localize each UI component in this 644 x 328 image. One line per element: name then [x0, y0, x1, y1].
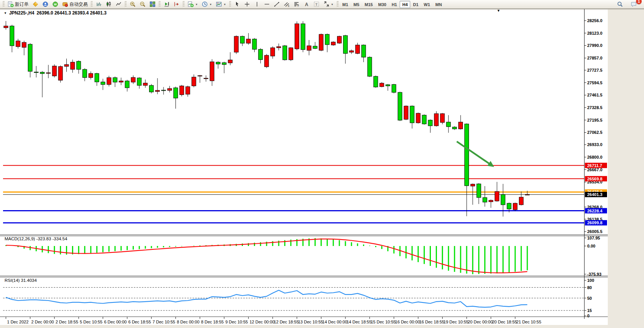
text-button[interactable]: A: [302, 0, 312, 8]
crosshair-icon: [244, 1, 250, 7]
timeframe-m5-button[interactable]: M5: [351, 1, 362, 8]
dropdown-caret-icon[interactable]: ▼: [331, 3, 334, 6]
toolbar-drag-handle[interactable]: [229, 1, 231, 7]
new-order-icon: [8, 1, 14, 7]
toolbar-group: ▼▼▼: [181, 0, 228, 8]
trend-line-button[interactable]: [272, 0, 282, 8]
dropdown-caret-icon[interactable]: ▼: [195, 3, 198, 6]
time-tick-label: 5 Dec 10:55: [80, 320, 102, 324]
price-badge-26569.8: 26569.8: [587, 177, 602, 181]
candlestick-chart-button[interactable]: [104, 0, 114, 8]
autotrading-button[interactable]: 自动交易: [60, 0, 90, 8]
navigator-icon: [42, 1, 48, 7]
timeframe-w1-button[interactable]: W1: [421, 1, 433, 8]
autotrading-label: 自动交易: [69, 1, 88, 8]
time-tick-label: 2 Dec 18:55: [56, 320, 78, 324]
notification-badge: 1: [636, 0, 642, 4]
tile-windows-button[interactable]: [148, 0, 157, 8]
time-tick-label: 12 Dec 00:00: [250, 320, 275, 324]
toolbar-drag-handle[interactable]: [183, 1, 185, 7]
chart-title[interactable]: ▼ JPN225-,H4 26396.0 26441.3 26393.4 264…: [4, 10, 106, 16]
symbol-period-label: JPN225-,H4: [9, 10, 34, 16]
price-tick-label: 27857.0: [587, 56, 602, 60]
bar-chart-button[interactable]: [94, 0, 104, 8]
toolbar-drag-handle[interactable]: [125, 1, 127, 7]
arrows-button[interactable]: ▼: [321, 0, 336, 8]
search-button[interactable]: [615, 0, 625, 8]
rsi-tick-label: 100: [587, 278, 594, 283]
line-chart-icon: [116, 1, 122, 7]
crosshair-button[interactable]: [242, 0, 252, 8]
price-tick-label: 27062.5: [587, 130, 602, 135]
toolbar-group: EFAT▼: [228, 0, 336, 8]
macd-tick-label: -375.93: [587, 272, 601, 277]
toolbar: 新订单W自动交易▼▼▼EFAT▼ M1M5M15M30H1H4D1W1MN 1: [0, 0, 644, 9]
price-badge-26401.3: 26401.3: [587, 192, 602, 197]
arrows-icon: [323, 1, 329, 7]
dropdown-caret-icon[interactable]: ▼: [223, 3, 226, 6]
time-tick-label: 7 Dec 10:55: [153, 320, 175, 324]
svg-text:E: E: [288, 5, 290, 7]
fibonacci-button[interactable]: F: [292, 0, 302, 8]
timeframe-m15-button[interactable]: M15: [362, 1, 375, 8]
periods-button[interactable]: ▼: [200, 0, 214, 8]
timeframe-h4-button[interactable]: H4: [400, 1, 410, 8]
price-tick-label: 27195.5: [587, 118, 602, 122]
time-tick-label: 12 Dec 18:55: [274, 320, 299, 324]
trading-app: 28256.028123.027990.027857.027727.527594…: [0, 0, 644, 328]
price-badge-26228.4: 26228.4: [587, 209, 603, 213]
text-label-button[interactable]: T: [312, 0, 321, 8]
macd-tick-label: 107.95: [587, 236, 600, 240]
price-tick-label: 26800.0: [587, 155, 602, 159]
channel-icon: E: [284, 1, 290, 7]
time-tick-label: 20 Dec 18:55: [492, 320, 517, 324]
vertical-line-button[interactable]: [252, 0, 262, 8]
time-tick-label: 14 Dec 18:55: [347, 320, 371, 324]
svg-text:F: F: [297, 5, 299, 7]
new-order-button[interactable]: 新订单: [6, 0, 31, 8]
line-chart-button[interactable]: [114, 0, 124, 8]
navigator-button[interactable]: [40, 0, 50, 8]
signals-button[interactable]: W: [50, 0, 60, 8]
toolbar-group: [90, 0, 124, 8]
price-tick-label: 28256.0: [587, 18, 602, 23]
indicators-button[interactable]: ▼: [186, 0, 200, 8]
chart-shift-button[interactable]: [172, 0, 181, 8]
timeframe-d1-button[interactable]: D1: [410, 1, 421, 8]
candlestick-chart-icon: [106, 1, 112, 7]
timeframe-m1-button[interactable]: M1: [340, 1, 351, 8]
rsi-tick-label: 0: [587, 314, 589, 318]
time-tick-label: 2 Dec 00:00: [31, 320, 54, 324]
market-watch-button[interactable]: [31, 0, 40, 8]
time-tick-label: 6 Dec 00:00: [104, 320, 127, 324]
zoom-out-button[interactable]: [138, 0, 148, 8]
templates-button[interactable]: ▼: [214, 0, 228, 8]
time-tick-label: 9 Dec 10:55: [225, 320, 248, 324]
zoom-in-button[interactable]: [128, 0, 138, 8]
timeframe-m30-button[interactable]: M30: [376, 1, 389, 8]
time-tick-label: 13 Dec 10:55: [298, 320, 323, 324]
price-tick-label: 27594.5: [587, 80, 602, 85]
timeframe-h1-button[interactable]: H1: [389, 1, 400, 8]
toolbar-drag-handle[interactable]: [159, 1, 161, 7]
notifications-button[interactable]: 1: [629, 0, 639, 8]
templates-icon: [216, 1, 222, 7]
symbol-dropdown-icon[interactable]: ▼: [4, 11, 7, 15]
chart-canvas[interactable]: 28256.028123.027990.027857.027727.527594…: [0, 0, 644, 328]
horizontal-line-button[interactable]: [262, 0, 272, 8]
cursor-button[interactable]: [232, 0, 242, 8]
chart-shift-marker[interactable]: ▼: [497, 9, 500, 13]
toolbar-group: [124, 0, 157, 8]
channel-button[interactable]: E: [282, 0, 292, 8]
toolbar-drag-handle[interactable]: [91, 1, 93, 7]
price-tick-label: 26933.0: [587, 142, 602, 147]
dropdown-caret-icon[interactable]: ▼: [209, 3, 212, 6]
auto-scroll-button[interactable]: [162, 0, 172, 8]
price-tick-label: 28123.0: [587, 31, 602, 35]
trend-line-icon: [274, 1, 280, 7]
indicators-icon: [188, 1, 194, 7]
time-tick-label: 16 Dec 00:00: [395, 320, 420, 324]
timeframe-mn-button[interactable]: MN: [433, 1, 445, 8]
time-tick-label: 20 Dec 00:00: [468, 320, 493, 324]
toolbar-drag-handle[interactable]: [3, 1, 5, 7]
